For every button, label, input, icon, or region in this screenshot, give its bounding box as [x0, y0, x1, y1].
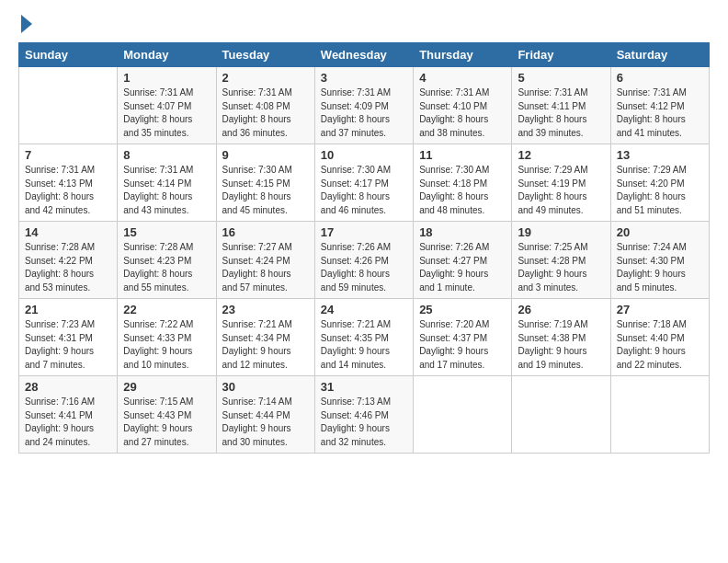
day-number: 7 — [25, 148, 111, 162]
day-number: 16 — [222, 225, 309, 239]
week-row-5: 28Sunrise: 7:16 AMSunset: 4:41 PMDayligh… — [19, 376, 710, 454]
day-number: 29 — [123, 380, 210, 394]
day-number: 24 — [321, 303, 407, 316]
day-info: Sunrise: 7:16 AMSunset: 4:41 PMDaylight:… — [25, 396, 111, 449]
day-number: 18 — [419, 225, 506, 239]
day-cell — [610, 376, 709, 454]
day-cell: 11Sunrise: 7:30 AMSunset: 4:18 PMDayligh… — [414, 144, 512, 222]
day-cell: 29Sunrise: 7:15 AMSunset: 4:43 PMDayligh… — [118, 376, 216, 454]
day-info: Sunrise: 7:26 AMSunset: 4:26 PMDaylight:… — [321, 241, 407, 294]
day-info: Sunrise: 7:23 AMSunset: 4:31 PMDaylight:… — [25, 318, 111, 372]
header-day-saturday: Saturday — [610, 43, 709, 67]
day-number: 14 — [25, 225, 111, 239]
day-info: Sunrise: 7:31 AMSunset: 4:08 PMDaylight:… — [222, 86, 309, 140]
week-row-3: 14Sunrise: 7:28 AMSunset: 4:22 PMDayligh… — [19, 222, 710, 299]
day-info: Sunrise: 7:29 AMSunset: 4:19 PMDaylight:… — [518, 164, 604, 217]
calendar-table: SundayMondayTuesdayWednesdayThursdayFrid… — [18, 42, 710, 454]
day-info: Sunrise: 7:30 AMSunset: 4:18 PMDaylight:… — [419, 164, 506, 217]
day-info: Sunrise: 7:18 AMSunset: 4:40 PMDaylight:… — [617, 318, 703, 372]
day-cell: 25Sunrise: 7:20 AMSunset: 4:37 PMDayligh… — [414, 299, 512, 376]
day-cell: 17Sunrise: 7:26 AMSunset: 4:26 PMDayligh… — [314, 222, 413, 299]
day-info: Sunrise: 7:31 AMSunset: 4:14 PMDaylight:… — [123, 164, 210, 217]
day-number: 20 — [617, 225, 703, 239]
header-day-wednesday: Wednesday — [314, 43, 413, 67]
header — [18, 17, 710, 33]
day-number: 11 — [419, 148, 506, 162]
day-number: 23 — [222, 303, 309, 316]
day-number: 5 — [518, 71, 604, 85]
header-day-tuesday: Tuesday — [216, 43, 314, 67]
day-cell: 28Sunrise: 7:16 AMSunset: 4:41 PMDayligh… — [19, 376, 118, 454]
day-number: 30 — [222, 380, 309, 394]
day-number: 2 — [222, 71, 309, 85]
day-info: Sunrise: 7:29 AMSunset: 4:20 PMDaylight:… — [617, 164, 703, 217]
day-number: 15 — [123, 225, 210, 239]
calendar-page: SundayMondayTuesdayWednesdayThursdayFrid… — [0, 0, 728, 563]
day-cell: 15Sunrise: 7:28 AMSunset: 4:23 PMDayligh… — [118, 222, 216, 299]
header-day-monday: Monday — [118, 43, 216, 67]
day-info: Sunrise: 7:13 AMSunset: 4:46 PMDaylight:… — [321, 396, 407, 449]
day-number: 25 — [419, 303, 506, 316]
day-info: Sunrise: 7:31 AMSunset: 4:10 PMDaylight:… — [419, 86, 506, 140]
day-cell: 21Sunrise: 7:23 AMSunset: 4:31 PMDayligh… — [19, 299, 118, 376]
day-cell: 20Sunrise: 7:24 AMSunset: 4:30 PMDayligh… — [610, 222, 709, 299]
day-cell: 19Sunrise: 7:25 AMSunset: 4:28 PMDayligh… — [512, 222, 610, 299]
day-cell: 4Sunrise: 7:31 AMSunset: 4:10 PMDaylight… — [414, 67, 512, 144]
day-number: 31 — [321, 380, 407, 394]
day-cell: 30Sunrise: 7:14 AMSunset: 4:44 PMDayligh… — [216, 376, 314, 454]
day-cell: 18Sunrise: 7:26 AMSunset: 4:27 PMDayligh… — [414, 222, 512, 299]
day-info: Sunrise: 7:24 AMSunset: 4:30 PMDaylight:… — [617, 241, 703, 294]
day-info: Sunrise: 7:26 AMSunset: 4:27 PMDaylight:… — [419, 241, 506, 294]
day-number: 12 — [518, 148, 604, 162]
day-cell: 9Sunrise: 7:30 AMSunset: 4:15 PMDaylight… — [216, 144, 314, 222]
day-cell: 7Sunrise: 7:31 AMSunset: 4:13 PMDaylight… — [19, 144, 118, 222]
day-info: Sunrise: 7:31 AMSunset: 4:11 PMDaylight:… — [518, 86, 604, 140]
day-info: Sunrise: 7:31 AMSunset: 4:13 PMDaylight:… — [25, 164, 111, 217]
header-row: SundayMondayTuesdayWednesdayThursdayFrid… — [19, 43, 710, 67]
day-number: 8 — [123, 148, 210, 162]
day-number: 13 — [617, 148, 703, 162]
logo-arrow-icon — [21, 15, 32, 33]
day-cell: 31Sunrise: 7:13 AMSunset: 4:46 PMDayligh… — [314, 376, 413, 454]
day-number: 22 — [123, 303, 210, 316]
day-cell: 24Sunrise: 7:21 AMSunset: 4:35 PMDayligh… — [314, 299, 413, 376]
day-info: Sunrise: 7:31 AMSunset: 4:09 PMDaylight:… — [321, 86, 407, 140]
day-number: 26 — [518, 303, 604, 316]
day-number: 10 — [321, 148, 407, 162]
day-cell: 1Sunrise: 7:31 AMSunset: 4:07 PMDaylight… — [118, 67, 216, 144]
day-cell: 3Sunrise: 7:31 AMSunset: 4:09 PMDaylight… — [314, 67, 413, 144]
header-day-thursday: Thursday — [414, 43, 512, 67]
day-info: Sunrise: 7:21 AMSunset: 4:34 PMDaylight:… — [222, 318, 309, 372]
day-number: 28 — [25, 380, 111, 394]
day-cell: 10Sunrise: 7:30 AMSunset: 4:17 PMDayligh… — [314, 144, 413, 222]
day-info: Sunrise: 7:28 AMSunset: 4:23 PMDaylight:… — [123, 241, 210, 294]
day-cell: 26Sunrise: 7:19 AMSunset: 4:38 PMDayligh… — [512, 299, 610, 376]
day-info: Sunrise: 7:31 AMSunset: 4:12 PMDaylight:… — [617, 86, 703, 140]
day-info: Sunrise: 7:31 AMSunset: 4:07 PMDaylight:… — [123, 86, 210, 140]
day-info: Sunrise: 7:19 AMSunset: 4:38 PMDaylight:… — [518, 318, 604, 372]
day-info: Sunrise: 7:22 AMSunset: 4:33 PMDaylight:… — [123, 318, 210, 372]
day-info: Sunrise: 7:28 AMSunset: 4:22 PMDaylight:… — [25, 241, 111, 294]
day-cell: 16Sunrise: 7:27 AMSunset: 4:24 PMDayligh… — [216, 222, 314, 299]
day-cell: 22Sunrise: 7:22 AMSunset: 4:33 PMDayligh… — [118, 299, 216, 376]
day-cell: 6Sunrise: 7:31 AMSunset: 4:12 PMDaylight… — [610, 67, 709, 144]
day-info: Sunrise: 7:15 AMSunset: 4:43 PMDaylight:… — [123, 396, 210, 449]
day-info: Sunrise: 7:25 AMSunset: 4:28 PMDaylight:… — [518, 241, 604, 294]
day-cell: 8Sunrise: 7:31 AMSunset: 4:14 PMDaylight… — [118, 144, 216, 222]
day-cell: 2Sunrise: 7:31 AMSunset: 4:08 PMDaylight… — [216, 67, 314, 144]
day-number: 21 — [25, 303, 111, 316]
day-number: 9 — [222, 148, 309, 162]
day-number: 27 — [617, 303, 703, 316]
header-day-friday: Friday — [512, 43, 610, 67]
day-number: 1 — [123, 71, 210, 85]
day-cell — [414, 376, 512, 454]
day-cell — [512, 376, 610, 454]
day-info: Sunrise: 7:30 AMSunset: 4:15 PMDaylight:… — [222, 164, 309, 217]
day-number: 17 — [321, 225, 407, 239]
day-number: 4 — [419, 71, 506, 85]
day-number: 6 — [617, 71, 703, 85]
day-cell — [19, 67, 118, 144]
day-cell: 12Sunrise: 7:29 AMSunset: 4:19 PMDayligh… — [512, 144, 610, 222]
day-info: Sunrise: 7:21 AMSunset: 4:35 PMDaylight:… — [321, 318, 407, 372]
day-cell: 13Sunrise: 7:29 AMSunset: 4:20 PMDayligh… — [610, 144, 709, 222]
